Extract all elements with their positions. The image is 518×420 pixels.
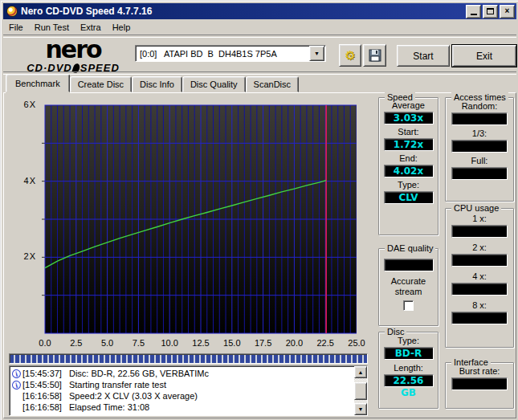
drive-selector-value: [0:0] ATAPI BD B DH4B1S 7P5A [136, 49, 309, 59]
exit-button-ring: Exit [451, 44, 517, 67]
minimize-button[interactable] [466, 5, 481, 18]
interface-group: Interface Burst rate: [445, 362, 514, 409]
group-title: CPU usage [451, 203, 501, 214]
tab[interactable]: Benchmark [6, 74, 70, 92]
menu-bar: FileRun TestExtraHelp [3, 20, 516, 35]
group-title: DAE quality [385, 243, 435, 254]
save-button[interactable] [363, 44, 386, 67]
log-message: Elapsed Time: 31:08 [69, 402, 149, 412]
log-entry: i [16:16:58] Speed:2 X CLV (3.03 X avera… [12, 390, 354, 402]
value-display [451, 167, 508, 180]
log-panel[interactable]: i [15:45:37] Disc: BD-R, 22.56 GB, VERBA… [9, 365, 368, 416]
gear-icon: ⚙ [345, 48, 355, 63]
group-title: Disc [385, 327, 406, 337]
access-field: Full: [446, 156, 513, 180]
x-tick-label: 10.0 [161, 338, 177, 348]
logo-text: nero [13, 38, 133, 62]
speed-field: Average 3.03x [379, 100, 438, 124]
menu-item[interactable]: Help [107, 21, 137, 34]
menu-item[interactable]: Extra [75, 21, 107, 34]
tab[interactable]: Disc Info [132, 76, 182, 92]
x-tick-label: 0.0 [39, 338, 51, 348]
accurate-stream-label: Accurate stream [379, 276, 438, 297]
exit-button[interactable]: Exit [452, 45, 516, 67]
chevron-down-icon[interactable]: ▼ [309, 46, 324, 61]
value-display: 22.56 GB [384, 374, 434, 387]
start-button[interactable]: Start [397, 45, 450, 67]
disc-group: Disc Type: BD-R Length: 22.56 GB [378, 332, 438, 409]
cpu-field: 4 x: [446, 271, 513, 296]
cpu-field: 1 x: [446, 214, 513, 238]
accurate-stream-checkbox[interactable] [403, 300, 414, 311]
log-entry: i [16:16:58] Elapsed Time: 31:08 [12, 402, 354, 413]
value-display [451, 283, 508, 296]
options-button[interactable]: ⚙ [339, 44, 361, 67]
x-tick-label: 22.5 [316, 338, 333, 348]
x-tick-label: 20.0 [286, 338, 303, 348]
x-tick-label: 15.0 [223, 338, 240, 348]
value-display [451, 140, 508, 153]
x-tick-label: 7.5 [133, 338, 145, 348]
log-message: Speed:2 X CLV (3.03 X average) [69, 391, 198, 401]
x-tick-label: 17.5 [255, 338, 271, 348]
group-title: Access times [451, 92, 508, 103]
scroll-up-icon[interactable]: ▲ [354, 366, 367, 378]
speed-field: Start: 1.72x [379, 127, 438, 151]
group-title: Speed [385, 92, 415, 103]
maximize-button[interactable] [483, 5, 498, 18]
app-window: Nero CD-DVD Speed 4.7.7.16 × FileRun Tes… [0, 0, 518, 420]
access-field: 1/3: [446, 128, 513, 153]
tab-bar: BenchmarkCreate DiscDisc InfoDisc Qualit… [6, 75, 299, 92]
close-icon: × [505, 7, 510, 15]
info-icon: i [11, 379, 22, 389]
interface-field: Burst rate: [446, 366, 513, 390]
x-tick-label: 2.5 [70, 338, 82, 348]
value-display [384, 259, 434, 271]
drive-selector[interactable]: [0:0] ATAPI BD B DH4B1S 7P5A ▼ [135, 45, 326, 62]
log-timestamp: [15:45:50] [22, 380, 62, 389]
value-display: 4.02x [384, 165, 434, 177]
value-display: 1.72x [384, 138, 434, 151]
dae-quality-group: DAE quality Accurate stream [378, 248, 438, 326]
log-timestamp: [16:16:58] [22, 391, 62, 401]
progress-bar [9, 353, 368, 364]
log-scrollbar[interactable]: ▲ ▼ [354, 366, 367, 415]
log-message: Disc: BD-R, 22.56 GB, VERBATIMc [69, 369, 209, 378]
access-times-group: Access times Random: 1/3: Full: [445, 97, 514, 202]
window-title: Nero CD-DVD Speed 4.7.7.16 [21, 6, 464, 17]
log-timestamp: [15:45:37] [22, 369, 62, 378]
tab[interactable]: Disc Quality [182, 76, 246, 92]
log-message: Starting transfer rate test [69, 380, 166, 389]
maximize-icon [487, 8, 494, 14]
scrollbar-thumb[interactable] [354, 382, 367, 400]
value-display [451, 377, 508, 390]
value-display: 3.03x [384, 112, 434, 124]
speed-field: Type: CLV [379, 180, 438, 204]
benchmark-chart [39, 104, 357, 335]
speed-field: End: 4.02x [379, 153, 438, 177]
y-tick-label: 2X [15, 251, 36, 261]
info-icon: i [11, 368, 22, 378]
menu-item[interactable]: File [3, 21, 29, 34]
tab[interactable]: ScanDisc [246, 76, 299, 92]
scroll-down-icon[interactable]: ▼ [354, 403, 367, 415]
y-tick-label: 6X [15, 100, 36, 109]
menu-item[interactable]: Run Test [29, 21, 75, 34]
app-icon [6, 6, 18, 17]
x-tick-label: 5.0 [101, 338, 113, 348]
access-field: Random: [446, 101, 513, 125]
value-display [451, 112, 508, 125]
disc-field: Type: BD-R [379, 336, 438, 360]
tab[interactable]: Create Disc [70, 76, 132, 92]
value-display: BD-R [384, 347, 434, 360]
close-button[interactable]: × [500, 5, 515, 18]
value-display [451, 225, 508, 238]
log-entry: i [15:45:37] Disc: BD-R, 22.56 GB, VERBA… [12, 368, 354, 379]
x-tick-label: 12.5 [192, 338, 209, 348]
y-tick-label: 4X [15, 176, 36, 186]
cpu-field: 2 x: [446, 243, 513, 267]
log-timestamp: [16:16:58] [22, 402, 62, 412]
speed-group: Speed Average 3.03x Start: 1.72x End: 4.… [378, 97, 438, 235]
cpu-field: 8 x: [446, 300, 513, 324]
x-axis-labels: 0.02.55.07.510.012.515.017.520.022.525.0 [39, 338, 357, 349]
